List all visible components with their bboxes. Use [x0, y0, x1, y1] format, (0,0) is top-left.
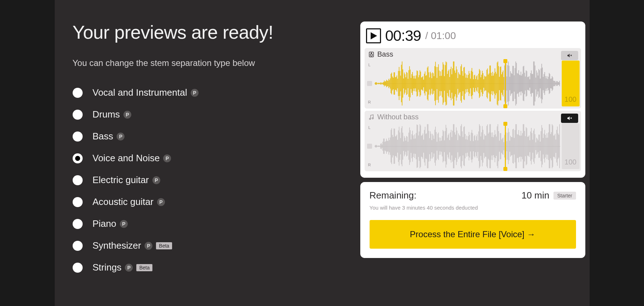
play-icon — [369, 32, 378, 40]
track-title: Without bass — [377, 113, 419, 121]
radio-button[interactable] — [73, 263, 83, 273]
svg-point-3 — [371, 53, 371, 53]
radio-button[interactable] — [73, 241, 83, 251]
time-current: 00:39 — [385, 27, 421, 44]
waveform-without-bass[interactable] — [375, 123, 560, 169]
option-label: SynthesizerPBeta — [93, 240, 172, 251]
radio-button[interactable] — [73, 175, 83, 185]
stem-option[interactable]: StringsPBeta — [73, 257, 342, 278]
svg-point-255 — [372, 118, 373, 119]
premium-icon: P — [145, 242, 152, 250]
track-title: Bass — [377, 50, 393, 58]
channel-labels: L R — [366, 123, 373, 169]
svg-point-2 — [370, 54, 372, 56]
option-label: DrumsP — [93, 109, 132, 120]
option-label: Voice and NoiseP — [93, 153, 171, 164]
stem-option[interactable]: SynthesizerPBeta — [73, 235, 342, 257]
process-button[interactable]: Process the Entire File [Voice] → — [370, 220, 576, 249]
radio-button[interactable] — [73, 132, 83, 142]
stem-option[interactable]: DrumsP — [73, 104, 342, 125]
mute-button-without-bass[interactable] — [561, 114, 578, 123]
option-label: BassP — [93, 131, 125, 142]
premium-icon: P — [125, 264, 133, 272]
beta-badge: Beta — [136, 264, 152, 271]
radio-button[interactable] — [73, 88, 83, 98]
volume-slider-without-bass[interactable]: 100 — [562, 123, 580, 169]
waveform-bass[interactable] — [375, 61, 560, 106]
info-card: Remaining: 10 min Starter You will have … — [360, 182, 585, 258]
option-label: StringsPBeta — [93, 262, 153, 273]
premium-icon: P — [157, 198, 165, 206]
speaker-icon — [368, 51, 375, 58]
music-note-icon — [368, 114, 375, 120]
track-bass: Bass L R 100 — [365, 48, 581, 109]
radio-button[interactable] — [73, 197, 83, 207]
premium-icon: P — [120, 220, 128, 228]
svg-marker-0 — [371, 32, 377, 39]
mute-button-bass[interactable] — [561, 51, 578, 60]
player-card: 00:39 / 01:00 Bass L R — [360, 21, 585, 178]
premium-icon: P — [163, 154, 171, 162]
track-without-bass: Without bass L R 100 — [365, 111, 581, 171]
remaining-time: 10 min — [521, 190, 549, 201]
stem-option[interactable]: PianoP — [73, 213, 342, 235]
option-label: PianoP — [93, 218, 128, 229]
channel-labels: L R — [366, 61, 373, 106]
stem-option-list: Vocal and InstrumentalPDrumsPBassPVoice … — [73, 82, 342, 278]
volume-slider-bass[interactable]: 100 — [562, 61, 580, 106]
deduction-note: You will have 3 minutes 40 seconds deduc… — [370, 205, 576, 211]
stem-option[interactable]: Electric guitarP — [73, 169, 342, 191]
option-label: Vocal and InstrumentalP — [93, 87, 199, 98]
volume-mute-icon — [567, 53, 572, 58]
plan-badge: Starter — [553, 192, 576, 200]
playhead[interactable] — [505, 124, 506, 169]
stem-option[interactable]: BassP — [73, 125, 342, 147]
stem-option[interactable]: Vocal and InstrumentalP — [73, 82, 342, 104]
volume-mute-icon — [567, 115, 572, 121]
beta-badge: Beta — [156, 242, 172, 249]
stem-option[interactable]: Voice and NoiseP — [73, 147, 342, 169]
subtitle: You can change the stem separation type … — [73, 57, 259, 69]
playhead[interactable] — [505, 61, 506, 106]
option-label: Electric guitarP — [93, 174, 161, 186]
premium-icon: P — [191, 89, 199, 97]
play-button[interactable] — [366, 28, 381, 43]
radio-button[interactable] — [73, 219, 83, 229]
radio-button[interactable] — [73, 110, 83, 120]
premium-icon: P — [117, 133, 125, 140]
premium-icon: P — [123, 111, 131, 119]
radio-button[interactable] — [73, 153, 83, 163]
stem-option[interactable]: Acoustic guitarP — [73, 191, 342, 213]
remaining-label: Remaining: — [370, 190, 417, 201]
page-title: Your previews are ready! — [73, 21, 342, 43]
svg-point-254 — [369, 118, 371, 119]
time-total: / 01:00 — [425, 30, 456, 42]
premium-icon: P — [152, 176, 160, 184]
option-label: Acoustic guitarP — [93, 196, 165, 207]
